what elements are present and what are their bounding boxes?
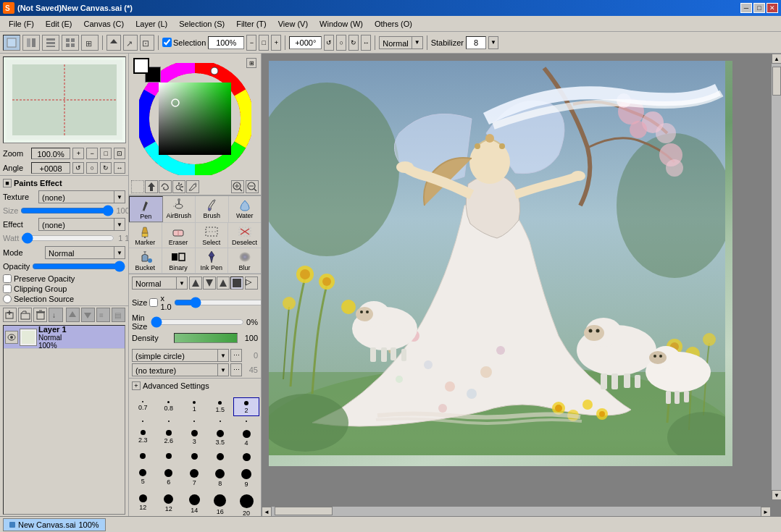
brush-size-21[interactable]: 6 <box>156 465 182 490</box>
menu-view[interactable]: View (V) <box>272 18 314 30</box>
layer-visibility-btn[interactable] <box>5 331 18 344</box>
zoom-in-icon[interactable] <box>231 180 244 193</box>
clipping-group-checkbox[interactable] <box>3 284 12 293</box>
vscroll-thumb[interactable] <box>772 67 781 96</box>
zoom-input[interactable] <box>208 36 244 49</box>
tool-airbrush[interactable]: AirBrush <box>163 196 196 222</box>
brush-size-4[interactable]: 2 <box>233 397 259 416</box>
layer-item-1[interactable]: Layer 1 Normal 100% <box>4 326 125 349</box>
stabilizer-arrow[interactable]: ▼ <box>488 36 498 49</box>
brush-size-12[interactable]: 3 <box>182 426 207 449</box>
brush-size-17[interactable] <box>182 449 207 465</box>
brush-size-8[interactable] <box>208 417 233 426</box>
menu-others[interactable]: Others (O) <box>369 18 418 30</box>
watt-slider[interactable] <box>21 233 114 243</box>
painting-canvas[interactable] <box>269 61 732 466</box>
hscroll-right-btn[interactable]: ► <box>761 507 771 516</box>
size-slider[interactable] <box>20 206 114 216</box>
texture-param-arrow[interactable]: ▼ <box>217 363 229 376</box>
shape-settings-btn[interactable]: ⋯ <box>230 349 242 362</box>
hscroll-thumb[interactable] <box>275 507 333 515</box>
zoom-fit-btn[interactable]: □ <box>259 35 269 51</box>
rot-reset-btn[interactable]: ○ <box>336 35 346 51</box>
tool-marker[interactable]: Marker <box>129 223 162 248</box>
shape-btn-4[interactable] <box>230 276 243 290</box>
shape-arrow[interactable]: ▼ <box>217 349 229 362</box>
angle-btn-4[interactable]: ↔ <box>114 162 125 174</box>
flip-h-btn[interactable]: ↔ <box>361 35 371 51</box>
layer-extra-btn[interactable]: ▤ <box>112 308 125 322</box>
menu-layer[interactable]: Layer (L) <box>130 18 173 30</box>
min-size-range[interactable] <box>151 317 244 327</box>
tool-eraser[interactable]: Eraser <box>162 223 196 248</box>
vscroll-down-btn[interactable]: ▼ <box>772 490 781 500</box>
menu-edit[interactable]: Edit (E) <box>40 18 78 30</box>
new-group-btn[interactable] <box>18 308 32 322</box>
toolbar-btn-4[interactable] <box>62 35 79 51</box>
toolbar-btn-undo[interactable] <box>106 35 121 51</box>
zoom-btn-4[interactable]: ⊡ <box>114 148 125 159</box>
menu-window[interactable]: Window (W) <box>314 18 369 30</box>
more-shape-btn[interactable]: ▷ <box>245 276 258 290</box>
toolbar-btn-redo[interactable]: ↗ <box>123 35 138 51</box>
brush-size-11[interactable]: 2.6 <box>156 426 182 449</box>
brush-size-0[interactable]: 0.7 <box>130 397 156 416</box>
fg-color-swatch[interactable] <box>133 58 149 74</box>
menu-file[interactable]: File (F) <box>3 18 40 30</box>
angle-btn-3[interactable]: ↻ <box>100 162 112 174</box>
brush-size-20[interactable]: 5 <box>130 465 156 490</box>
tool-brush[interactable]: Brush <box>196 196 229 222</box>
angle-btn-1[interactable]: ↺ <box>72 162 84 174</box>
rect-select-icon[interactable] <box>131 180 144 193</box>
zoom-in-btn[interactable]: + <box>271 35 281 51</box>
brush-size-28[interactable]: 16 <box>208 491 233 516</box>
tool-water[interactable]: Water <box>229 196 262 222</box>
brush-size-10[interactable]: 2.3 <box>130 426 156 449</box>
menu-selection[interactable]: Selection (S) <box>173 18 230 30</box>
brush-size-6[interactable] <box>156 417 182 426</box>
canvas-tab-item[interactable]: New Canvas.sai 100% <box>3 518 106 531</box>
toolbar-btn-fit[interactable]: ⊡ <box>140 35 154 51</box>
menu-canvas[interactable]: Canvas (C) <box>78 18 130 30</box>
advanced-settings-header[interactable]: + Advanced Settings <box>132 381 258 390</box>
angle-btn-2[interactable]: ○ <box>86 162 98 174</box>
tool-inkpen[interactable]: Ink Pen <box>196 248 229 273</box>
close-button[interactable]: ✕ <box>767 3 778 13</box>
tool-pen[interactable]: Pen <box>129 196 163 222</box>
brush-size-3[interactable]: 1.5 <box>208 397 233 416</box>
tool-deselect[interactable]: Deselect <box>228 223 261 248</box>
minimize-button[interactable]: ─ <box>740 3 752 13</box>
color-mode-btn[interactable]: ⊞ <box>246 58 256 68</box>
opacity-slider[interactable] <box>32 261 125 271</box>
brush-size-19[interactable] <box>233 449 259 465</box>
hscroll-left-btn[interactable]: ◄ <box>262 507 272 516</box>
toolbar-btn-5[interactable]: ⊞ <box>81 35 99 51</box>
brush-size-29[interactable]: 20 <box>233 491 259 516</box>
brush-size-7[interactable] <box>182 417 207 426</box>
brush-size-25[interactable]: 12 <box>130 491 156 516</box>
tool-bucket[interactable]: Bucket <box>129 248 162 273</box>
zoom-btn-1[interactable]: + <box>72 148 84 159</box>
brush-size-23[interactable]: 8 <box>208 465 233 490</box>
selection-checkbox-label[interactable]: Selection <box>162 38 206 47</box>
brush-size-1[interactable]: 0.8 <box>156 397 182 416</box>
brush-size-22[interactable]: 7 <box>182 465 207 490</box>
texture-settings-btn[interactable]: ⋯ <box>230 363 242 376</box>
brush-size-24[interactable]: 9 <box>233 465 259 490</box>
maximize-button[interactable]: □ <box>753 3 765 13</box>
layer-down-btn[interactable] <box>81 308 95 322</box>
brush-size-26[interactable]: 12 <box>156 491 182 516</box>
lasso-icon[interactable] <box>159 180 172 193</box>
rotation-input[interactable] <box>289 36 322 49</box>
size-check[interactable] <box>149 298 158 307</box>
mode-arrow[interactable]: ▼ <box>114 246 125 259</box>
menu-filter[interactable]: Filter (T) <box>230 18 272 30</box>
brush-size-2[interactable]: 1 <box>182 397 207 416</box>
brush-size-16[interactable] <box>156 449 182 465</box>
selection-checkbox[interactable] <box>162 38 172 47</box>
brush-size-5[interactable] <box>130 417 156 426</box>
selection-source-radio[interactable] <box>3 295 12 303</box>
advanced-settings-toggle[interactable]: + <box>132 381 141 390</box>
tool-blur[interactable]: Blur <box>228 248 261 273</box>
size-range[interactable] <box>174 297 262 308</box>
